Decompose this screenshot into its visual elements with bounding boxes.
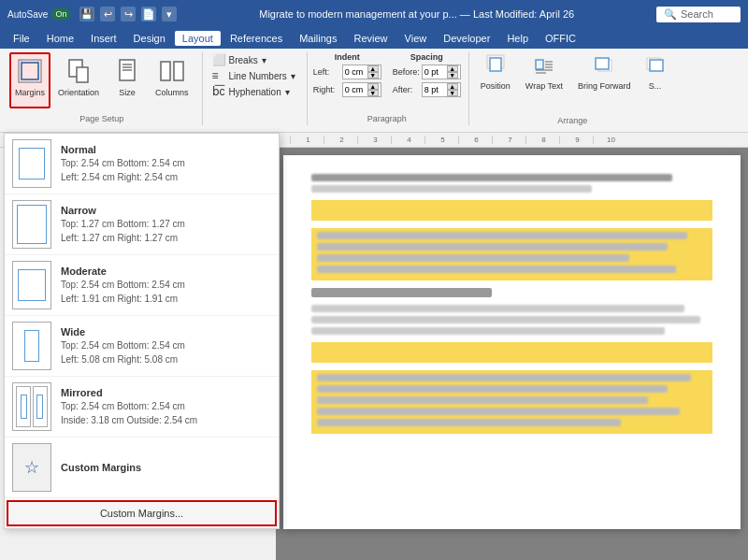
menu-design[interactable]: Design (126, 31, 173, 46)
hyphenation-button[interactable]: b͞c Hyphenation ▾ (209, 84, 299, 99)
line-numbers-button[interactable]: ≡ Line Numbers ▾ (209, 68, 299, 83)
spacing-before-up[interactable]: ▲ (447, 65, 458, 72)
svg-rect-11 (174, 62, 183, 80)
margin-values-wide-2: Left: 5.08 cm Right: 5.08 cm (61, 352, 185, 366)
spacing-after-value: 8 pt (424, 85, 439, 94)
doc-section-1 (311, 174, 712, 193)
margins-scroll-area[interactable]: Normal Top: 2.54 cm Bottom: 2.54 cm Left… (5, 134, 279, 498)
indent-right-up[interactable]: ▲ (367, 83, 379, 90)
text-line (317, 396, 648, 404)
text-line (317, 419, 621, 426)
margin-option-normal[interactable]: Normal Top: 2.54 cm Bottom: 2.54 cm Left… (5, 134, 279, 194)
margin-name-normal: Normal (61, 144, 185, 155)
spacing-before-label: Before: (393, 67, 419, 77)
ruler-6: 6 (458, 136, 492, 144)
indent-right-down[interactable]: ▼ (367, 90, 379, 96)
autosave-section: AutoSave On (7, 8, 70, 20)
indent-left-up[interactable]: ▲ (367, 65, 379, 72)
svg-rect-13 (490, 58, 501, 71)
menu-mailings[interactable]: Mailings (292, 31, 344, 46)
send-backward-icon (646, 54, 665, 79)
margin-option-narrow[interactable]: Narrow Top: 1.27 cm Bottom: 1.27 cm Left… (5, 194, 279, 255)
margin-preview-inner-moderate (18, 269, 46, 301)
autosave-toggle[interactable]: On (51, 8, 70, 20)
spacing-after-down[interactable]: ▼ (447, 90, 458, 96)
margin-preview-inner-mirrored-r (36, 395, 43, 419)
text-line (317, 385, 668, 393)
wrap-text-label: Wrap Text (525, 81, 563, 91)
doc-section-4 (311, 288, 712, 297)
custom-margins-button[interactable]: Custom Margins... (7, 500, 277, 526)
spacing-before-down[interactable]: ▼ (447, 72, 458, 79)
menu-office[interactable]: OFFIC (538, 31, 583, 46)
send-backward-button[interactable]: S... (640, 52, 670, 108)
margin-name-moderate: Moderate (61, 266, 185, 277)
ribbon-group-breaks: ⬜ Breaks ▾ ≡ Line Numbers ▾ b͞c Hyphenat… (205, 52, 308, 125)
menu-developer[interactable]: Developer (436, 31, 497, 46)
send-backward-label: S... (649, 81, 662, 91)
text-line (317, 374, 691, 381)
margin-values-narrow-2: Left: 1.27 cm Right: 1.27 cm (61, 231, 185, 245)
indent-left-down[interactable]: ▼ (367, 72, 379, 79)
margins-button[interactable]: Margins (9, 52, 50, 108)
position-icon (486, 54, 505, 79)
spacing-after-input[interactable]: 8 pt ▲ ▼ (422, 82, 461, 97)
columns-button[interactable]: Columns (150, 52, 194, 108)
ruler-1: 1 (290, 136, 324, 144)
menu-layout[interactable]: Layout (175, 31, 221, 46)
position-button[interactable]: Position (475, 52, 516, 108)
save-icon[interactable]: 💾 (79, 7, 94, 22)
text-line (311, 305, 684, 312)
line-numbers-arrow: ▾ (291, 71, 295, 81)
indent-right-value: 0 cm (345, 85, 364, 94)
margin-preview-normal (12, 139, 51, 188)
margin-values-narrow-1: Top: 1.27 cm Bottom: 1.27 cm (61, 217, 185, 231)
size-button[interactable]: Size (107, 52, 148, 108)
spacing-after-up[interactable]: ▲ (447, 83, 458, 90)
margin-option-moderate[interactable]: Moderate Top: 2.54 cm Bottom: 2.54 cm Le… (5, 255, 279, 316)
line-numbers-label: Line Numbers (229, 71, 287, 81)
margin-values-mirrored-2: Inside: 3.18 cm Outside: 2.54 cm (61, 413, 197, 427)
hyphenation-icon: b͞c (212, 85, 225, 98)
undo-icon[interactable]: ↩ (100, 7, 115, 22)
indent-right-spinner[interactable]: ▲ ▼ (367, 83, 379, 96)
ruler-4: 4 (391, 136, 424, 144)
margin-option-mirrored[interactable]: Mirrored Top: 2.54 cm Bottom: 2.54 cm In… (5, 377, 279, 438)
spacing-after-row: After: 8 pt ▲ ▼ (393, 82, 461, 97)
margin-option-custom[interactable]: ☆ Custom Margins (5, 438, 279, 498)
redo-icon[interactable]: ↪ (121, 7, 136, 22)
orientation-button[interactable]: Orientation (52, 52, 105, 108)
menu-file[interactable]: File (6, 31, 37, 46)
indent-right-input[interactable]: 0 cm ▲ ▼ (342, 82, 381, 97)
main-area: Normal Top: 2.54 cm Bottom: 2.54 cm Left… (0, 148, 748, 560)
search-box[interactable]: 🔍 Search (656, 7, 741, 22)
margin-details-moderate: Moderate Top: 2.54 cm Bottom: 2.54 cm Le… (61, 266, 185, 306)
menu-view[interactable]: View (397, 31, 435, 46)
dropdown-icon[interactable]: ▾ (162, 7, 177, 22)
indent-left-spinner[interactable]: ▲ ▼ (367, 65, 379, 79)
margins-dropdown: Normal Top: 2.54 cm Bottom: 2.54 cm Left… (4, 133, 280, 529)
menu-home[interactable]: Home (39, 31, 81, 46)
margin-values-normal-1: Top: 2.54 cm Bottom: 2.54 cm (61, 156, 185, 170)
margins-icon (15, 56, 45, 86)
indent-spacing-content: Indent Left: 0 cm ▲ ▼ Right: 0 cm (313, 52, 461, 112)
menu-references[interactable]: References (223, 31, 290, 46)
new-doc-icon[interactable]: 📄 (141, 7, 156, 22)
menu-review[interactable]: Review (347, 31, 396, 46)
ruler-marks: 1 2 3 4 5 6 7 8 9 10 (290, 136, 626, 144)
margin-details-mirrored: Mirrored Top: 2.54 cm Bottom: 2.54 cm In… (61, 387, 197, 427)
doc-section-2 (311, 200, 712, 221)
menu-help[interactable]: Help (499, 31, 536, 46)
menu-insert[interactable]: Insert (83, 31, 124, 46)
margin-option-wide[interactable]: Wide Top: 2.54 cm Bottom: 2.54 cm Left: … (5, 316, 279, 377)
spacing-before-input[interactable]: 0 pt ▲ ▼ (422, 65, 461, 79)
document-page (283, 155, 741, 529)
wrap-text-button[interactable]: Wrap Text (520, 52, 568, 108)
margin-details-custom: Custom Margins (61, 462, 141, 473)
breaks-button[interactable]: ⬜ Breaks ▾ (209, 52, 299, 67)
ribbon-small-buttons: ⬜ Breaks ▾ ≡ Line Numbers ▾ b͞c Hyphenat… (209, 52, 299, 99)
bring-forward-button[interactable]: Bring Forward (572, 52, 637, 108)
spacing-after-spinner[interactable]: ▲ ▼ (447, 83, 458, 96)
indent-left-input[interactable]: 0 cm ▲ ▼ (342, 65, 381, 79)
spacing-before-spinner[interactable]: ▲ ▼ (447, 65, 458, 79)
